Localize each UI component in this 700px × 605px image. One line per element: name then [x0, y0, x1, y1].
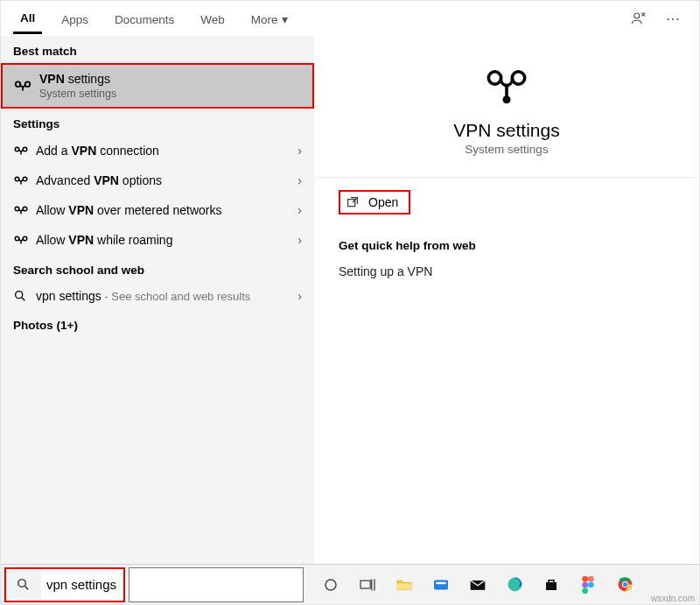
- vpn-hero-icon: [483, 62, 530, 109]
- results-panel: Best match VPN settings System settings …: [1, 36, 314, 564]
- result-label: vpn settings - See school and web result…: [36, 289, 298, 303]
- svg-point-14: [504, 97, 508, 102]
- search-icon: [13, 289, 36, 303]
- vpn-icon: [13, 232, 36, 248]
- svg-point-27: [588, 581, 594, 587]
- vpn-icon: [13, 143, 36, 158]
- search-input[interactable]: [41, 568, 125, 601]
- svg-point-17: [326, 580, 336, 590]
- svg-rect-21: [436, 581, 445, 583]
- chevron-right-icon: ›: [298, 289, 302, 303]
- open-label: Open: [368, 195, 398, 209]
- svg-point-31: [622, 582, 626, 587]
- task-view-icon[interactable]: [358, 575, 377, 594]
- best-match-text: VPN settings System settings: [39, 72, 302, 100]
- result-label: Allow VPN while roaming: [36, 233, 298, 247]
- taskbar-search-extent[interactable]: [129, 567, 304, 602]
- figma-icon[interactable]: [578, 575, 598, 594]
- svg-point-1: [16, 81, 21, 87]
- vpn-icon: [13, 172, 36, 188]
- open-icon: [346, 195, 360, 209]
- chevron-right-icon: ›: [298, 144, 302, 158]
- edge-icon[interactable]: [505, 575, 524, 594]
- watermark: wsxdn.com: [651, 594, 695, 603]
- taskbar-search[interactable]: [4, 567, 125, 602]
- vpn-icon: [13, 202, 36, 218]
- quickhelp-item[interactable]: Setting up a VPN: [339, 264, 675, 278]
- taskbar: [1, 564, 699, 604]
- section-best-match: Best match: [1, 36, 314, 63]
- mail-icon[interactable]: [468, 575, 487, 594]
- svg-point-26: [582, 581, 588, 587]
- svg-rect-20: [434, 580, 448, 589]
- section-school-web: Search school and web: [1, 255, 314, 282]
- feedback-icon[interactable]: [631, 11, 659, 26]
- file-explorer-icon[interactable]: [395, 575, 414, 594]
- svg-point-11: [16, 292, 23, 299]
- svg-point-25: [588, 576, 594, 582]
- svg-point-2: [25, 81, 31, 87]
- settings-item-advanced-vpn[interactable]: Advanced VPN options ›: [1, 165, 314, 195]
- chevron-right-icon: ›: [298, 233, 302, 247]
- svg-point-24: [582, 576, 588, 582]
- detail-title: VPN settings: [453, 120, 559, 141]
- result-label: Add a VPN connection: [36, 144, 298, 158]
- cortana-icon[interactable]: [321, 575, 340, 594]
- detail-panel: VPN settings System settings Open Get qu…: [314, 36, 699, 564]
- svg-point-28: [582, 587, 588, 594]
- app-icon-blue[interactable]: [431, 575, 451, 594]
- detail-subtitle: System settings: [465, 143, 548, 156]
- filter-tab-web[interactable]: Web: [193, 4, 232, 33]
- filter-tab-documents[interactable]: Documents: [108, 4, 181, 33]
- filter-tab-more-label: More: [251, 13, 278, 26]
- svg-rect-19: [397, 583, 411, 589]
- filter-tab-more[interactable]: More ▾: [244, 4, 295, 33]
- filter-tab-apps[interactable]: Apps: [54, 4, 95, 33]
- result-label: Allow VPN over metered networks: [36, 203, 298, 217]
- store-icon[interactable]: [542, 575, 561, 594]
- filter-tab-all[interactable]: All: [13, 3, 42, 34]
- svg-point-16: [18, 580, 24, 587]
- open-button[interactable]: Open: [339, 190, 410, 215]
- section-photos[interactable]: Photos (1+): [1, 310, 314, 337]
- svg-rect-18: [360, 580, 370, 588]
- chevron-right-icon: ›: [298, 203, 302, 217]
- chrome-icon[interactable]: [615, 575, 634, 594]
- search-icon: [4, 577, 41, 592]
- more-options-icon[interactable]: ⋯: [659, 11, 687, 27]
- svg-point-0: [634, 13, 640, 18]
- settings-item-vpn-roaming[interactable]: Allow VPN while roaming ›: [1, 225, 314, 255]
- chevron-down-icon: ▾: [282, 12, 288, 26]
- vpn-icon: [13, 76, 39, 95]
- best-match-result[interactable]: VPN settings System settings: [1, 63, 314, 109]
- quickhelp-heading: Get quick help from web: [339, 239, 675, 252]
- settings-item-add-vpn[interactable]: Add a VPN connection ›: [1, 136, 314, 165]
- settings-item-vpn-metered[interactable]: Allow VPN over metered networks ›: [1, 195, 314, 225]
- result-label: Advanced VPN options: [36, 173, 298, 187]
- section-settings: Settings: [1, 109, 314, 136]
- chevron-right-icon: ›: [298, 173, 302, 187]
- web-search-result[interactable]: vpn settings - See school and web result…: [1, 282, 314, 310]
